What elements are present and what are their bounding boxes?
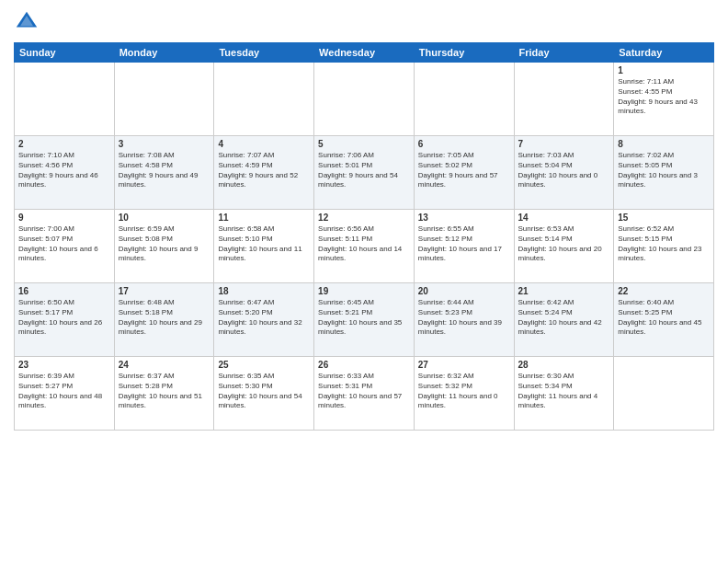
day-cell bbox=[414, 63, 514, 136]
day-number: 18 bbox=[218, 286, 310, 296]
day-cell: 7Sunrise: 7:03 AM Sunset: 5:04 PM Daylig… bbox=[514, 136, 614, 210]
day-number: 24 bbox=[119, 360, 210, 370]
day-cell: 17Sunrise: 6:48 AM Sunset: 5:18 PM Dayli… bbox=[114, 283, 214, 357]
day-number: 4 bbox=[218, 139, 310, 149]
day-info-text: Sunrise: 7:10 AM Sunset: 4:56 PM Dayligh… bbox=[18, 151, 110, 190]
day-info-text: Sunrise: 6:42 AM Sunset: 5:24 PM Dayligh… bbox=[518, 298, 610, 338]
day-cell: 23Sunrise: 6:39 AM Sunset: 5:27 PM Dayli… bbox=[15, 357, 115, 431]
day-cell: 25Sunrise: 6:35 AM Sunset: 5:30 PM Dayli… bbox=[214, 357, 314, 431]
day-info-text: Sunrise: 6:59 AM Sunset: 5:08 PM Dayligh… bbox=[119, 224, 210, 264]
day-info-text: Sunrise: 7:03 AM Sunset: 5:04 PM Dayligh… bbox=[518, 151, 610, 190]
day-cell: 8Sunrise: 7:02 AM Sunset: 5:05 PM Daylig… bbox=[614, 136, 714, 210]
day-number: 26 bbox=[318, 360, 410, 370]
day-cell: 28Sunrise: 6:30 AM Sunset: 5:34 PM Dayli… bbox=[514, 357, 614, 431]
day-cell bbox=[514, 63, 614, 136]
day-info-text: Sunrise: 6:47 AM Sunset: 5:20 PM Dayligh… bbox=[218, 298, 310, 338]
logo bbox=[14, 9, 43, 35]
col-header-friday: Friday bbox=[514, 43, 614, 63]
day-cell: 26Sunrise: 6:33 AM Sunset: 5:31 PM Dayli… bbox=[314, 357, 415, 431]
day-number: 7 bbox=[518, 139, 610, 149]
page: SundayMondayTuesdayWednesdayThursdayFrid… bbox=[0, 0, 728, 563]
day-number: 21 bbox=[518, 286, 610, 296]
day-info-text: Sunrise: 6:39 AM Sunset: 5:27 PM Dayligh… bbox=[18, 372, 110, 411]
day-number: 27 bbox=[418, 360, 510, 370]
header bbox=[14, 9, 714, 35]
col-header-monday: Monday bbox=[114, 43, 214, 63]
day-number: 1 bbox=[618, 65, 710, 75]
day-cell bbox=[614, 357, 714, 431]
week-row-3: 16Sunrise: 6:50 AM Sunset: 5:17 PM Dayli… bbox=[15, 283, 714, 357]
day-info-text: Sunrise: 6:48 AM Sunset: 5:18 PM Dayligh… bbox=[119, 298, 210, 338]
day-info-text: Sunrise: 6:30 AM Sunset: 5:34 PM Dayligh… bbox=[518, 372, 610, 411]
day-cell: 11Sunrise: 6:58 AM Sunset: 5:10 PM Dayli… bbox=[214, 210, 314, 283]
day-number: 22 bbox=[618, 286, 710, 296]
day-cell: 13Sunrise: 6:55 AM Sunset: 5:12 PM Dayli… bbox=[414, 210, 514, 283]
day-info-text: Sunrise: 6:40 AM Sunset: 5:25 PM Dayligh… bbox=[618, 298, 710, 338]
day-info-text: Sunrise: 6:44 AM Sunset: 5:23 PM Dayligh… bbox=[418, 298, 510, 338]
day-cell: 4Sunrise: 7:07 AM Sunset: 4:59 PM Daylig… bbox=[214, 136, 314, 210]
day-cell: 14Sunrise: 6:53 AM Sunset: 5:14 PM Dayli… bbox=[514, 210, 614, 283]
col-header-thursday: Thursday bbox=[414, 43, 514, 63]
day-number: 5 bbox=[318, 139, 410, 149]
day-info-text: Sunrise: 6:35 AM Sunset: 5:30 PM Dayligh… bbox=[218, 372, 310, 411]
day-cell: 22Sunrise: 6:40 AM Sunset: 5:25 PM Dayli… bbox=[614, 283, 714, 357]
day-number: 2 bbox=[18, 139, 110, 149]
day-info-text: Sunrise: 7:02 AM Sunset: 5:05 PM Dayligh… bbox=[618, 151, 710, 190]
day-number: 15 bbox=[618, 213, 710, 223]
day-cell: 5Sunrise: 7:06 AM Sunset: 5:01 PM Daylig… bbox=[314, 136, 415, 210]
day-info-text: Sunrise: 6:50 AM Sunset: 5:17 PM Dayligh… bbox=[18, 298, 110, 338]
day-number: 14 bbox=[518, 213, 610, 223]
day-cell: 3Sunrise: 7:08 AM Sunset: 4:58 PM Daylig… bbox=[114, 136, 214, 210]
day-info-text: Sunrise: 7:07 AM Sunset: 4:59 PM Dayligh… bbox=[218, 151, 310, 190]
calendar-table: SundayMondayTuesdayWednesdayThursdayFrid… bbox=[14, 42, 714, 431]
day-info-text: Sunrise: 7:00 AM Sunset: 5:07 PM Dayligh… bbox=[18, 224, 110, 264]
col-header-saturday: Saturday bbox=[614, 43, 714, 63]
day-cell: 21Sunrise: 6:42 AM Sunset: 5:24 PM Dayli… bbox=[514, 283, 614, 357]
day-cell bbox=[114, 63, 214, 136]
day-number: 19 bbox=[318, 286, 410, 296]
week-row-2: 9Sunrise: 7:00 AM Sunset: 5:07 PM Daylig… bbox=[15, 210, 714, 283]
day-cell: 24Sunrise: 6:37 AM Sunset: 5:28 PM Dayli… bbox=[114, 357, 214, 431]
day-number: 10 bbox=[119, 213, 210, 223]
day-cell: 2Sunrise: 7:10 AM Sunset: 4:56 PM Daylig… bbox=[15, 136, 115, 210]
col-header-wednesday: Wednesday bbox=[314, 43, 415, 63]
day-number: 8 bbox=[618, 139, 710, 149]
day-info-text: Sunrise: 6:33 AM Sunset: 5:31 PM Dayligh… bbox=[318, 372, 410, 411]
week-row-1: 2Sunrise: 7:10 AM Sunset: 4:56 PM Daylig… bbox=[15, 136, 714, 210]
day-cell: 16Sunrise: 6:50 AM Sunset: 5:17 PM Dayli… bbox=[15, 283, 115, 357]
day-info-text: Sunrise: 6:37 AM Sunset: 5:28 PM Dayligh… bbox=[119, 372, 210, 411]
day-cell: 12Sunrise: 6:56 AM Sunset: 5:11 PM Dayli… bbox=[314, 210, 415, 283]
col-header-sunday: Sunday bbox=[15, 43, 115, 63]
day-number: 16 bbox=[18, 286, 110, 296]
day-number: 12 bbox=[318, 213, 410, 223]
day-info-text: Sunrise: 6:58 AM Sunset: 5:10 PM Dayligh… bbox=[218, 224, 310, 264]
day-number: 20 bbox=[418, 286, 510, 296]
day-number: 25 bbox=[218, 360, 310, 370]
day-cell bbox=[214, 63, 314, 136]
day-info-text: Sunrise: 6:32 AM Sunset: 5:32 PM Dayligh… bbox=[418, 372, 510, 411]
day-info-text: Sunrise: 7:08 AM Sunset: 4:58 PM Dayligh… bbox=[119, 151, 210, 190]
day-number: 17 bbox=[119, 286, 210, 296]
day-info-text: Sunrise: 7:11 AM Sunset: 4:55 PM Dayligh… bbox=[618, 77, 710, 117]
day-number: 28 bbox=[518, 360, 610, 370]
day-cell bbox=[314, 63, 415, 136]
day-cell bbox=[15, 63, 115, 136]
day-info-text: Sunrise: 6:53 AM Sunset: 5:14 PM Dayligh… bbox=[518, 224, 610, 264]
day-info-text: Sunrise: 7:05 AM Sunset: 5:02 PM Dayligh… bbox=[418, 151, 510, 190]
day-cell: 15Sunrise: 6:52 AM Sunset: 5:15 PM Dayli… bbox=[614, 210, 714, 283]
week-row-0: 1Sunrise: 7:11 AM Sunset: 4:55 PM Daylig… bbox=[15, 63, 714, 136]
day-cell: 20Sunrise: 6:44 AM Sunset: 5:23 PM Dayli… bbox=[414, 283, 514, 357]
day-info-text: Sunrise: 7:06 AM Sunset: 5:01 PM Dayligh… bbox=[318, 151, 410, 190]
day-cell: 1Sunrise: 7:11 AM Sunset: 4:55 PM Daylig… bbox=[614, 63, 714, 136]
day-cell: 27Sunrise: 6:32 AM Sunset: 5:32 PM Dayli… bbox=[414, 357, 514, 431]
day-info-text: Sunrise: 6:45 AM Sunset: 5:21 PM Dayligh… bbox=[318, 298, 410, 338]
day-number: 6 bbox=[418, 139, 510, 149]
day-info-text: Sunrise: 6:55 AM Sunset: 5:12 PM Dayligh… bbox=[418, 224, 510, 264]
day-cell: 6Sunrise: 7:05 AM Sunset: 5:02 PM Daylig… bbox=[414, 136, 514, 210]
day-cell: 9Sunrise: 7:00 AM Sunset: 5:07 PM Daylig… bbox=[15, 210, 115, 283]
day-cell: 19Sunrise: 6:45 AM Sunset: 5:21 PM Dayli… bbox=[314, 283, 415, 357]
day-number: 11 bbox=[218, 213, 310, 223]
logo-icon bbox=[14, 9, 40, 35]
day-info-text: Sunrise: 6:56 AM Sunset: 5:11 PM Dayligh… bbox=[318, 224, 410, 264]
day-number: 3 bbox=[119, 139, 210, 149]
